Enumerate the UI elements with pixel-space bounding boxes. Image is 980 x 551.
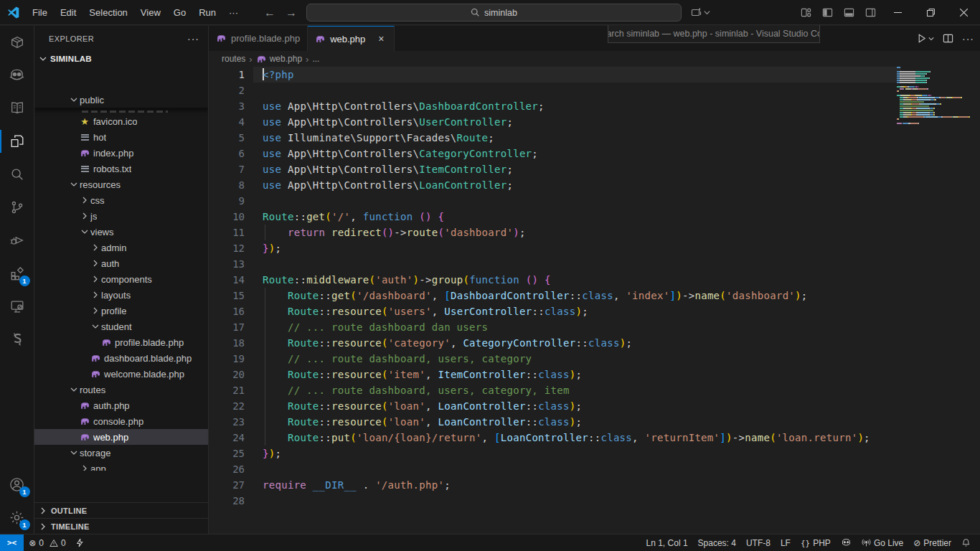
line-number[interactable]: 28 <box>209 493 245 509</box>
code-line-24[interactable]: 24 Route::put('loan/{loan}/return', [Loa… <box>209 430 980 446</box>
book-icon[interactable] <box>0 92 34 125</box>
code-line-4[interactable]: 4use App\Http\Controllers\UserController… <box>209 114 980 130</box>
tab-web.php[interactable]: web.php× <box>308 26 395 51</box>
tree-item-profile[interactable]: profile <box>34 303 208 319</box>
line-number[interactable]: 17 <box>209 319 245 335</box>
remote-explorer-icon[interactable] <box>0 290 34 323</box>
line-number[interactable]: 13 <box>209 256 245 272</box>
split-editor-icon[interactable] <box>943 33 953 44</box>
status-notifications[interactable] <box>956 534 976 551</box>
menu-view[interactable]: View <box>134 0 167 25</box>
status-cursor-position[interactable]: Ln 1, Col 1 <box>641 534 693 551</box>
code-line-12[interactable]: 12}); <box>209 240 980 256</box>
menu-run[interactable]: Run <box>192 0 222 25</box>
line-number[interactable]: 24 <box>209 430 245 446</box>
code-line-5[interactable]: 5use Illuminate\Support\Facades\Route; <box>209 130 980 146</box>
code-line-26[interactable]: 26 <box>209 461 980 477</box>
command-center-search[interactable]: siminlab <box>306 4 682 22</box>
tree-item-resources[interactable]: resources <box>34 176 208 192</box>
line-number[interactable]: 9 <box>209 193 245 209</box>
tree-item-auth[interactable]: auth <box>34 255 208 271</box>
code-line-2[interactable]: 2 <box>209 83 980 98</box>
tab-profile.blade.php[interactable]: profile.blade.php <box>209 26 308 51</box>
line-number[interactable]: 21 <box>209 382 245 398</box>
run-button[interactable] <box>916 33 934 44</box>
code-line-20[interactable]: 20 Route::resource('item', ItemControlle… <box>209 367 980 382</box>
code-line-28[interactable]: 28 <box>209 493 980 509</box>
menu-edit[interactable]: Edit <box>54 0 83 25</box>
status-remote-indicator[interactable]: >< <box>0 534 24 551</box>
minimize-button[interactable] <box>881 0 914 25</box>
nav-back-icon[interactable]: ← <box>264 6 275 19</box>
status-problems[interactable]: ⊗00 <box>24 534 70 551</box>
line-number[interactable]: 25 <box>209 446 245 461</box>
accounts-icon[interactable]: 1 <box>0 468 34 501</box>
menu-selection[interactable]: Selection <box>83 0 133 25</box>
status-indentation[interactable]: Spaces: 4 <box>693 534 741 551</box>
line-number[interactable]: 27 <box>209 477 245 493</box>
line-number[interactable]: 8 <box>209 177 245 193</box>
layout-customize-icon[interactable] <box>795 0 816 25</box>
tree-item-layouts[interactable]: layouts <box>34 287 208 303</box>
line-number[interactable]: 14 <box>209 272 245 288</box>
code-line-18[interactable]: 18 Route::resource('category', CategoryC… <box>209 335 980 351</box>
restore-button[interactable] <box>914 0 947 25</box>
line-number[interactable]: 16 <box>209 303 245 319</box>
status-ports[interactable] <box>71 534 88 551</box>
code-line-16[interactable]: 16 Route::resource('users', UserControll… <box>209 303 980 319</box>
breadcrumb-item-...[interactable]: ... <box>312 54 319 64</box>
tree-item-welcome.blade.php[interactable]: welcome.blade.php <box>34 366 208 382</box>
code-line-22[interactable]: 22 Route::resource('loan', LoanControlle… <box>209 398 980 414</box>
tree-item-app[interactable]: app <box>34 461 208 471</box>
tree-item-admin[interactable]: admin <box>34 240 208 255</box>
line-number[interactable]: 2 <box>209 83 245 98</box>
extensions-icon[interactable]: 1 <box>0 257 34 290</box>
code-line-27[interactable]: 27require __DIR__ . '/auth.php'; <box>209 477 980 493</box>
tree-item-console.php[interactable]: console.php <box>34 413 208 429</box>
tree-item-routes[interactable]: routes <box>34 382 208 397</box>
line-number[interactable]: 4 <box>209 114 245 130</box>
workspace-section-header[interactable]: SIMINLAB <box>34 51 208 67</box>
status-encoding[interactable]: UTF-8 <box>741 534 776 551</box>
tree-item-hot[interactable]: hot <box>34 129 208 145</box>
more-actions-icon[interactable]: ··· <box>962 33 974 44</box>
tree-item-robots.txt[interactable]: robots.txt <box>34 161 208 176</box>
close-tab-icon[interactable]: × <box>375 33 387 44</box>
code-line-17[interactable]: 17 // ... route dashboard dan users <box>209 319 980 335</box>
package-icon[interactable] <box>0 26 34 59</box>
run-debug-icon[interactable] <box>0 224 34 257</box>
code-area[interactable]: 1<?php23use App\Http\Controllers\Dashboa… <box>209 67 980 534</box>
code-line-21[interactable]: 21 // ... route dashboard, users, catego… <box>209 382 980 398</box>
timeline-section[interactable]: TIMELINE <box>34 518 208 534</box>
copilot-icon[interactable] <box>0 59 34 92</box>
line-number[interactable]: 23 <box>209 414 245 430</box>
search-sidebar-icon[interactable] <box>0 158 34 191</box>
tree-item-views[interactable]: views <box>34 224 208 240</box>
tree-item-dashboard.blade.php[interactable]: dashboard.blade.php <box>34 350 208 366</box>
code-line-10[interactable]: 10Route::get('/', function () { <box>209 209 980 225</box>
panel-right-icon[interactable] <box>859 0 881 25</box>
code-line-8[interactable]: 8use App\Http\Controllers\LoanController… <box>209 177 980 193</box>
status-prettier[interactable]: ⊘Prettier <box>908 534 956 551</box>
status-copilot[interactable] <box>836 534 857 551</box>
minimap[interactable] <box>897 67 971 534</box>
tree-item-profile.blade.php[interactable]: profile.blade.php <box>34 334 208 350</box>
explorer-more-actions[interactable]: ··· <box>187 33 199 44</box>
line-number[interactable]: 5 <box>209 130 245 146</box>
tree-item-js[interactable]: js <box>34 208 208 224</box>
tree-item-favicon.ico[interactable]: ★favicon.ico <box>34 113 208 129</box>
code-line-14[interactable]: 14Route::middleware('auth')->group(funct… <box>209 272 980 288</box>
explorer-icon[interactable] <box>0 125 34 158</box>
line-number[interactable]: 1 <box>209 67 245 83</box>
menu-go[interactable]: Go <box>167 0 192 25</box>
tree-item-storage[interactable]: storage <box>34 445 208 461</box>
breadcrumb-item-routes[interactable]: routes <box>222 54 245 64</box>
panel-left-icon[interactable] <box>816 0 838 25</box>
tree-item-components[interactable]: components <box>34 271 208 287</box>
code-line-13[interactable]: 13 <box>209 256 980 272</box>
line-number[interactable]: 3 <box>209 98 245 114</box>
line-number[interactable]: 6 <box>209 146 245 161</box>
code-line-3[interactable]: 3use App\Http\Controllers\DashboardContr… <box>209 98 980 114</box>
open-remote-window-icon[interactable] <box>691 0 710 25</box>
panel-bottom-icon[interactable] <box>838 0 859 25</box>
